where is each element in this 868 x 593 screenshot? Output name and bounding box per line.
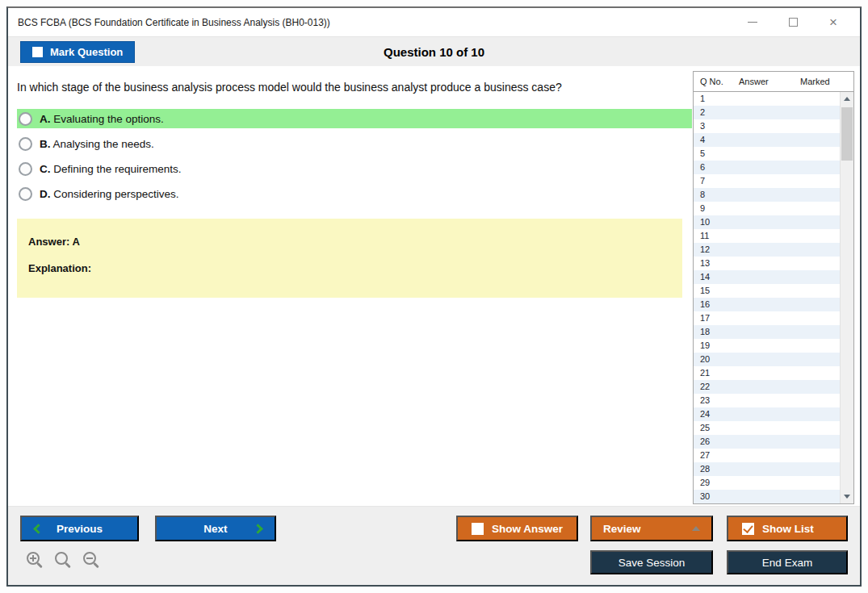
option-text: Defining the requirements. bbox=[51, 163, 182, 175]
question-list-row[interactable]: 24 bbox=[694, 407, 840, 421]
show-answer-button[interactable]: Show Answer bbox=[456, 516, 578, 541]
question-list-header: Q No. Answer Marked bbox=[694, 72, 853, 92]
question-list-row[interactable]: 18 bbox=[694, 325, 840, 339]
end-exam-button[interactable]: End Exam bbox=[727, 550, 848, 574]
option-letter: B. bbox=[40, 138, 51, 150]
maximize-icon[interactable] bbox=[787, 17, 799, 28]
mark-question-checkbox-icon[interactable] bbox=[32, 47, 43, 57]
question-list-row[interactable]: 23 bbox=[694, 394, 840, 407]
show-answer-checkbox-icon[interactable] bbox=[472, 523, 484, 535]
mark-question-button[interactable]: Mark Question bbox=[20, 41, 135, 63]
radio-icon[interactable] bbox=[19, 112, 32, 126]
question-list-row[interactable]: 14 bbox=[694, 270, 840, 284]
answer-box: Answer: A Explanation: bbox=[17, 219, 682, 298]
app-window: BCS FCBA (BCS Foundation Certificate in … bbox=[6, 6, 862, 587]
question-list-table: Q No. Answer Marked 12345678910111213141… bbox=[693, 71, 854, 504]
zoom-out-icon[interactable] bbox=[83, 552, 101, 570]
main-content: In which stage of the business analysis … bbox=[8, 66, 860, 506]
option-a[interactable]: A. Evaluating the options. bbox=[17, 109, 692, 128]
question-list-row[interactable]: 11 bbox=[694, 229, 840, 243]
options-list: A. Evaluating the options.B. Analysing t… bbox=[17, 109, 693, 203]
question-list-row[interactable]: 7 bbox=[694, 174, 840, 188]
option-text: Considering perspectives. bbox=[51, 188, 179, 200]
zoom-reset-icon[interactable] bbox=[55, 552, 73, 570]
question-counter: Question 10 of 10 bbox=[8, 45, 860, 59]
review-button[interactable]: Review bbox=[590, 516, 713, 541]
option-letter: C. bbox=[40, 163, 51, 175]
column-qno: Q No. bbox=[694, 77, 739, 86]
question-list-row[interactable]: 5 bbox=[694, 147, 840, 161]
chevron-right-icon bbox=[253, 524, 263, 534]
radio-icon[interactable] bbox=[19, 162, 32, 176]
next-button[interactable]: Next bbox=[155, 516, 276, 541]
option-c[interactable]: C. Defining the requirements. bbox=[17, 159, 692, 178]
window-controls: × bbox=[747, 17, 850, 28]
question-list-row[interactable]: 1 bbox=[694, 92, 840, 106]
show-answer-label: Show Answer bbox=[492, 523, 563, 535]
title-bar: BCS FCBA (BCS Foundation Certificate in … bbox=[8, 8, 860, 37]
question-list-sidebar: Q No. Answer Marked 12345678910111213141… bbox=[693, 71, 854, 506]
option-text: Analysing the needs. bbox=[51, 138, 154, 150]
zoom-in-icon[interactable] bbox=[27, 552, 44, 570]
question-list-row[interactable]: 27 bbox=[694, 449, 840, 462]
question-rows: 1234567891011121314151617181920212223242… bbox=[694, 92, 840, 503]
end-exam-label: End Exam bbox=[762, 557, 812, 569]
question-list-row[interactable]: 20 bbox=[694, 353, 840, 366]
question-list-row[interactable]: 25 bbox=[694, 421, 840, 435]
scroll-up-icon[interactable] bbox=[844, 97, 850, 101]
question-pane: In which stage of the business analysis … bbox=[8, 66, 693, 506]
column-marked: Marked bbox=[800, 77, 830, 86]
zoom-controls bbox=[27, 552, 101, 570]
radio-icon[interactable] bbox=[19, 137, 32, 151]
desktop-background: BCS FCBA (BCS Foundation Certificate in … bbox=[0, 0, 868, 593]
show-list-label: Show List bbox=[762, 523, 814, 535]
option-letter: D. bbox=[40, 188, 51, 200]
triangle-up-icon bbox=[692, 526, 700, 531]
question-list-body: 1234567891011121314151617181920212223242… bbox=[694, 92, 853, 503]
question-header-bar: Mark Question Question 10 of 10 bbox=[8, 37, 860, 66]
chevron-left-icon bbox=[33, 524, 44, 534]
close-icon[interactable]: × bbox=[828, 17, 839, 28]
review-label: Review bbox=[603, 523, 641, 535]
option-text: Evaluating the options. bbox=[51, 113, 164, 125]
question-list-row[interactable]: 17 bbox=[694, 311, 840, 325]
question-list-row[interactable]: 9 bbox=[694, 202, 840, 215]
scroll-down-icon[interactable] bbox=[844, 495, 850, 499]
footer-bar: Previous Next Show Answer Review Show Li… bbox=[8, 506, 860, 585]
previous-button[interactable]: Previous bbox=[20, 516, 139, 541]
question-list-row[interactable]: 29 bbox=[694, 476, 840, 490]
question-list-row[interactable]: 21 bbox=[694, 366, 840, 380]
question-list-row[interactable]: 3 bbox=[694, 119, 840, 133]
question-list-row[interactable]: 8 bbox=[694, 188, 840, 202]
question-list-row[interactable]: 19 bbox=[694, 339, 840, 353]
question-list-row[interactable]: 10 bbox=[694, 215, 840, 229]
scrollbar[interactable] bbox=[840, 92, 853, 503]
window-title: BCS FCBA (BCS Foundation Certificate in … bbox=[18, 17, 330, 28]
option-letter: A. bbox=[40, 113, 51, 125]
option-d[interactable]: D. Considering perspectives. bbox=[17, 184, 692, 203]
save-session-button[interactable]: Save Session bbox=[590, 550, 713, 574]
save-session-label: Save Session bbox=[619, 557, 686, 569]
option-b[interactable]: B. Analysing the needs. bbox=[17, 134, 692, 153]
question-list-row[interactable]: 15 bbox=[694, 284, 840, 298]
explanation-label: Explanation: bbox=[28, 262, 682, 274]
previous-label: Previous bbox=[57, 523, 103, 535]
minimize-icon[interactable] bbox=[747, 17, 758, 28]
question-list-row[interactable]: 30 bbox=[694, 490, 840, 503]
question-list-row[interactable]: 16 bbox=[694, 298, 840, 311]
question-list-row[interactable]: 13 bbox=[694, 257, 840, 270]
question-list-row[interactable]: 6 bbox=[694, 161, 840, 174]
show-list-checkbox-icon[interactable] bbox=[742, 523, 754, 535]
question-list-row[interactable]: 12 bbox=[694, 243, 840, 257]
question-list-row[interactable]: 2 bbox=[694, 106, 840, 119]
question-list-row[interactable]: 28 bbox=[694, 462, 840, 476]
radio-icon[interactable] bbox=[19, 187, 32, 201]
column-answer: Answer bbox=[739, 77, 800, 86]
scrollbar-thumb[interactable] bbox=[841, 107, 853, 161]
show-list-button[interactable]: Show List bbox=[727, 516, 848, 541]
question-list-row[interactable]: 26 bbox=[694, 435, 840, 449]
question-list-row[interactable]: 4 bbox=[694, 133, 840, 147]
question-list-row[interactable]: 22 bbox=[694, 380, 840, 394]
mark-question-label: Mark Question bbox=[50, 46, 123, 58]
next-label: Next bbox=[203, 523, 227, 535]
